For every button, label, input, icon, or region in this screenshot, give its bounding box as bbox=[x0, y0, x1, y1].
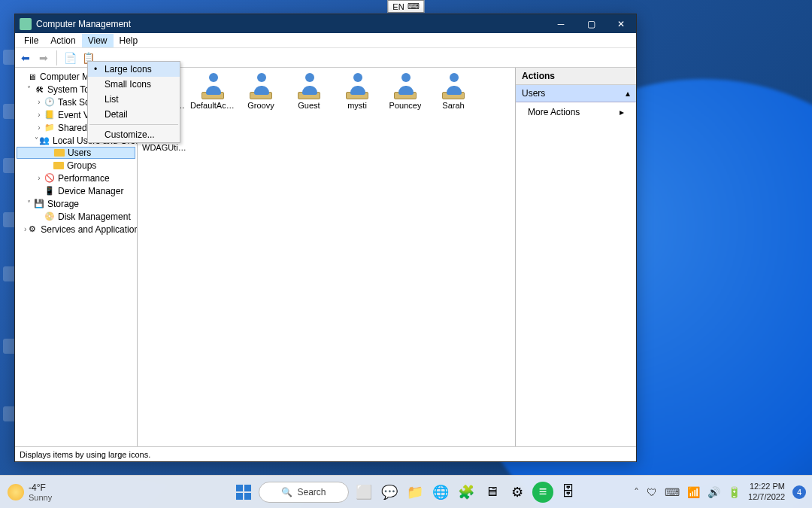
actions-section[interactable]: Users ▴ bbox=[516, 85, 636, 102]
file-explorer-icon[interactable]: 📁 bbox=[404, 482, 426, 503]
actions-header: Actions bbox=[516, 68, 636, 85]
tree-groups[interactable]: Groups bbox=[67, 160, 96, 171]
tree-storage[interactable]: Storage bbox=[47, 199, 79, 209]
window-title: Computer Management bbox=[36, 19, 131, 29]
user-item[interactable]: DefaultAcc... bbox=[190, 71, 235, 110]
security-icon[interactable]: 🛡 bbox=[647, 486, 657, 498]
collapse-icon: ▴ bbox=[626, 88, 630, 99]
settings-icon[interactable]: ⚙ bbox=[507, 482, 528, 503]
forward-button[interactable]: ➡ bbox=[36, 50, 51, 65]
menu-file[interactable]: File bbox=[18, 34, 44, 47]
tray-chevron-icon[interactable]: ˄ bbox=[634, 486, 639, 498]
menu-action[interactable]: Action bbox=[44, 34, 81, 47]
language-label: EN bbox=[392, 2, 404, 11]
toolbar-icon[interactable]: 📄 bbox=[62, 50, 77, 65]
status-bar: Displays items by using large icons. bbox=[15, 446, 636, 461]
svg-rect-0 bbox=[236, 485, 243, 491]
search-icon: 🔍 bbox=[281, 487, 292, 497]
menubar: File Action View Help bbox=[15, 33, 636, 48]
users-pane[interactable]: Administrator DefaultAcc... Groovy Guest… bbox=[138, 68, 516, 446]
sun-icon bbox=[8, 484, 24, 500]
chevron-right-icon: ▸ bbox=[620, 107, 624, 117]
taskbar-search[interactable]: 🔍 Search bbox=[259, 482, 349, 503]
svg-rect-1 bbox=[244, 485, 251, 491]
start-button[interactable] bbox=[233, 482, 254, 503]
maximize-button[interactable]: ▢ bbox=[576, 14, 606, 33]
app-icon[interactable]: 🖥 bbox=[481, 482, 502, 503]
menu-view[interactable]: View bbox=[82, 34, 114, 47]
tree-performance[interactable]: Performance bbox=[58, 173, 110, 184]
close-button[interactable]: ✕ bbox=[606, 14, 636, 33]
wifi-icon[interactable]: 📶 bbox=[687, 486, 700, 498]
svg-rect-3 bbox=[244, 493, 251, 500]
task-view-button[interactable]: ⬜ bbox=[353, 482, 374, 503]
compmgmt-taskbar-icon[interactable]: 🗄 bbox=[558, 482, 579, 503]
spotify-icon[interactable]: ≡ bbox=[532, 482, 553, 503]
more-actions[interactable]: More Actions ▸ bbox=[516, 102, 636, 122]
taskbar-clock[interactable]: 12:22 PM 12/7/2022 bbox=[748, 482, 785, 501]
user-item[interactable]: Guest bbox=[286, 71, 332, 110]
taskbar-center: 🔍 Search ⬜ 💬 📁 🌐 🧩 🖥 ⚙ ≡ 🗄 bbox=[233, 482, 579, 503]
menu-small-icons[interactable]: Small Icons bbox=[88, 77, 180, 92]
edge-icon[interactable]: 🌐 bbox=[430, 482, 451, 503]
menu-help[interactable]: Help bbox=[114, 34, 144, 47]
app-icon bbox=[20, 18, 32, 30]
actions-pane: Actions Users ▴ More Actions ▸ bbox=[516, 68, 636, 446]
store-icon[interactable]: 🧩 bbox=[456, 482, 477, 503]
tree-device-manager[interactable]: Device Manager bbox=[58, 186, 123, 196]
svg-rect-2 bbox=[236, 493, 243, 500]
minimize-button[interactable]: ─ bbox=[546, 14, 576, 33]
notification-badge[interactable]: 4 bbox=[792, 485, 806, 499]
user-item[interactable]: Pouncey bbox=[383, 71, 428, 110]
system-tray[interactable]: ˄ 🛡 ⌨ 📶 🔊 🔋 12:22 PM 12/7/2022 4 bbox=[634, 482, 806, 501]
titlebar[interactable]: Computer Management ─ ▢ ✕ bbox=[15, 14, 636, 33]
weather-temp: -4°F bbox=[29, 482, 52, 493]
user-item[interactable]: mysti bbox=[335, 71, 380, 110]
tree-disk-management[interactable]: Disk Management bbox=[58, 211, 131, 222]
user-item[interactable]: Sarah bbox=[431, 71, 476, 110]
menu-large-icons[interactable]: Large Icons bbox=[88, 62, 180, 77]
user-item[interactable]: Groovy bbox=[238, 71, 283, 110]
menu-customize[interactable]: Customize... bbox=[88, 127, 180, 142]
weather-widget[interactable]: -4°F Sunny bbox=[0, 482, 52, 502]
view-menu-dropdown: Large Icons Small Icons List Detail Cust… bbox=[87, 61, 180, 143]
weather-cond: Sunny bbox=[29, 493, 52, 502]
language-indicator[interactable]: EN ⌨ bbox=[387, 0, 424, 13]
computer-management-window: Computer Management ─ ▢ ✕ File Action Vi… bbox=[14, 14, 637, 462]
chat-icon[interactable]: 💬 bbox=[379, 482, 400, 503]
menu-separator bbox=[89, 124, 178, 125]
menu-detail[interactable]: Detail bbox=[88, 107, 180, 122]
status-text: Displays items by using large icons. bbox=[20, 450, 150, 459]
back-button[interactable]: ⬅ bbox=[18, 50, 33, 65]
tree-users[interactable]: Users bbox=[68, 148, 91, 158]
menu-list[interactable]: List bbox=[88, 92, 180, 107]
volume-icon[interactable]: 🔊 bbox=[707, 486, 720, 498]
tree-services[interactable]: Services and Applications bbox=[41, 224, 138, 235]
ime-icon: ⌨ bbox=[408, 2, 420, 11]
keyboard-icon[interactable]: ⌨ bbox=[665, 486, 680, 498]
battery-icon[interactable]: 🔋 bbox=[728, 486, 741, 498]
taskbar[interactable]: -4°F Sunny 🔍 Search ⬜ 💬 📁 🌐 🧩 🖥 ⚙ ≡ 🗄 ˄ bbox=[0, 475, 812, 508]
